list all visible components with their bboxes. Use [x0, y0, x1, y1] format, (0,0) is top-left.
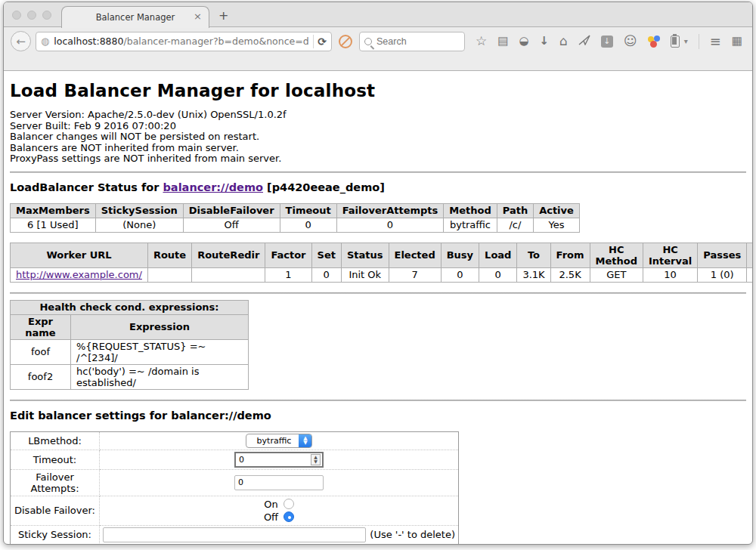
- minimize-window-button[interactable]: [27, 11, 36, 20]
- cell-timeout: 0: [280, 218, 336, 232]
- back-arrow-icon: ←: [16, 35, 26, 48]
- balancer-settings-form: LBmethod: bytraffic ▲▼ Timeout: 0 ▲▼: [10, 431, 459, 545]
- col-path: Path: [497, 203, 533, 218]
- number-spinner-icon[interactable]: ▲▼: [311, 454, 321, 465]
- failover-off-radio[interactable]: [284, 511, 294, 522]
- timeout-value: 0: [236, 455, 311, 465]
- new-tab-button[interactable]: +: [218, 8, 228, 23]
- timeout-label: Timeout:: [11, 450, 100, 469]
- col-factor: Factor: [265, 243, 311, 267]
- cell-hc-method: GET: [590, 267, 643, 282]
- lbmethod-select[interactable]: bytraffic ▲▼: [246, 434, 313, 448]
- sticky-session-input[interactable]: [103, 527, 366, 542]
- edit-settings-heading: Edit balancer settings for balancer://de…: [10, 409, 746, 422]
- content-blocked-icon[interactable]: [339, 35, 352, 48]
- worker-url-link[interactable]: http://www.example.com/: [16, 269, 142, 280]
- search-bar[interactable]: [359, 32, 465, 51]
- battery-extension-icon[interactable]: [671, 36, 680, 48]
- col-method: Method: [444, 203, 497, 218]
- cell-disablefailover: Off: [183, 218, 280, 232]
- home-icon[interactable]: ⌂: [559, 35, 568, 48]
- disable-failover-label: Disable Failover:: [11, 496, 100, 525]
- back-button[interactable]: ←: [11, 31, 31, 51]
- failover-attempts-label: Failover Attempts:: [11, 469, 100, 496]
- cell-path: /c/: [497, 218, 533, 232]
- cell-method: bytraffic: [444, 218, 497, 232]
- search-input[interactable]: [376, 36, 452, 47]
- extension-dots-icon[interactable]: [648, 36, 660, 48]
- health-check-title: Health check cond. expressions:: [11, 300, 249, 314]
- table-row: foof %{REQUEST_STATUS} =~ /^[234]/: [11, 339, 249, 364]
- table-header-row: MaxMembers StickySession DisableFailover…: [11, 203, 580, 218]
- on-label: On: [264, 499, 277, 510]
- lbmethod-selected-value: bytraffic: [246, 434, 299, 447]
- table-row: http://www.example.com/ 1 0 Init Ok 7 0 …: [11, 267, 754, 282]
- cell-failoverattempts: 0: [336, 218, 444, 232]
- zoom-window-button[interactable]: [42, 11, 51, 20]
- radio-line-off: Off: [103, 511, 455, 524]
- radio-line-on: On: [103, 498, 455, 511]
- close-window-button[interactable]: [12, 11, 21, 20]
- col-from: From: [550, 243, 590, 267]
- sidebar-grid-icon[interactable]: ▦: [732, 36, 742, 47]
- col-status: Status: [341, 243, 389, 267]
- server-info: Server Version: Apache/2.5.0-dev (Unix) …: [10, 110, 746, 165]
- col-expr-name: Expr name: [11, 314, 71, 339]
- col-disablefailover: DisableFailover: [183, 203, 280, 218]
- cell-fails: 2 (0): [747, 267, 753, 282]
- url-text[interactable]: localhost:8880/balancer-manager?b=demo&n…: [54, 36, 309, 47]
- col-hc-method: HC Method: [590, 243, 643, 267]
- save-page-icon[interactable]: ↓: [601, 36, 613, 48]
- col-set: Set: [311, 243, 341, 267]
- col-to: To: [517, 243, 550, 267]
- cell-elected: 7: [389, 267, 441, 282]
- balancer-demo-link[interactable]: balancer://demo: [163, 181, 263, 193]
- reading-list-icon[interactable]: ▤: [497, 36, 508, 47]
- pocket-icon[interactable]: ◒: [519, 36, 528, 47]
- url-bar[interactable]: ◍ localhost:8880/balancer-manager?b=demo…: [36, 32, 332, 51]
- timeout-input[interactable]: 0 ▲▼: [234, 452, 324, 468]
- form-row-timeout: Timeout: 0 ▲▼: [11, 450, 459, 469]
- sticky-session-note: (Use '-' to delete): [370, 529, 455, 540]
- off-label: Off: [264, 511, 278, 523]
- form-row-failover: Failover Attempts:: [11, 469, 459, 496]
- form-row-sticky: Sticky Session: (Use '-' to delete): [11, 525, 459, 544]
- tab-close-icon[interactable]: ×: [194, 11, 202, 22]
- menu-hamburger-icon[interactable]: ≡: [710, 35, 721, 48]
- persist-note-line: Balancer changes will NOT be persisted o…: [10, 131, 746, 143]
- failover-attempts-input[interactable]: [234, 475, 324, 490]
- cell-load: 0: [479, 267, 517, 282]
- col-routeredir: RouteRedir: [192, 243, 265, 267]
- feedback-smiley-icon[interactable]: ☺: [624, 35, 637, 48]
- cell-expr-name: foof: [11, 339, 71, 364]
- col-worker-url: Worker URL: [11, 243, 148, 267]
- server-built-line: Server Built: Feb 9 2016 07:00:20: [10, 121, 746, 132]
- navigation-toolbar: ← ◍ localhost:8880/balancer-manager?b=de…: [4, 27, 752, 55]
- cell-expression: hc('body') =~ /domain is established/: [71, 364, 249, 389]
- col-expression: Expression: [71, 314, 249, 339]
- table-title-row: Health check cond. expressions:: [11, 300, 249, 314]
- downloads-icon[interactable]: ↓: [540, 36, 550, 47]
- chevron-down-icon[interactable]: ▾: [684, 37, 688, 45]
- cell-set: 0: [311, 267, 341, 282]
- form-row-disable-failover: Disable Failover: On Off: [11, 496, 459, 525]
- send-tab-icon[interactable]: [578, 35, 590, 48]
- tab-strip: Balancer Manager × +: [4, 2, 752, 27]
- cell-passes: 1 (0): [698, 267, 747, 282]
- col-route: Route: [147, 243, 191, 267]
- cell-to: 3.1K: [517, 267, 550, 282]
- url-path: /balancer-manager?b=demo&nonce=decc37be-…: [123, 36, 309, 47]
- col-active: Active: [534, 203, 580, 218]
- worker-status-table: Worker URL Route RouteRedir Factor Set S…: [10, 243, 753, 283]
- col-load: Load: [479, 243, 517, 267]
- failover-on-radio[interactable]: [284, 499, 294, 509]
- col-hc-interval: HC Interval: [643, 243, 697, 267]
- balancer-status-table: MaxMembers StickySession DisableFailover…: [10, 203, 580, 233]
- col-failoverattempts: FailoverAttempts: [336, 203, 444, 218]
- reload-icon[interactable]: ⟳: [318, 36, 328, 48]
- cell-busy: 0: [441, 267, 479, 282]
- cell-route: [147, 267, 191, 282]
- browser-window: Balancer Manager × + ← ◍ localhost:8880/…: [3, 2, 753, 545]
- bookmark-star-icon[interactable]: ☆: [476, 35, 487, 48]
- tab-balancer-manager[interactable]: Balancer Manager ×: [61, 6, 209, 28]
